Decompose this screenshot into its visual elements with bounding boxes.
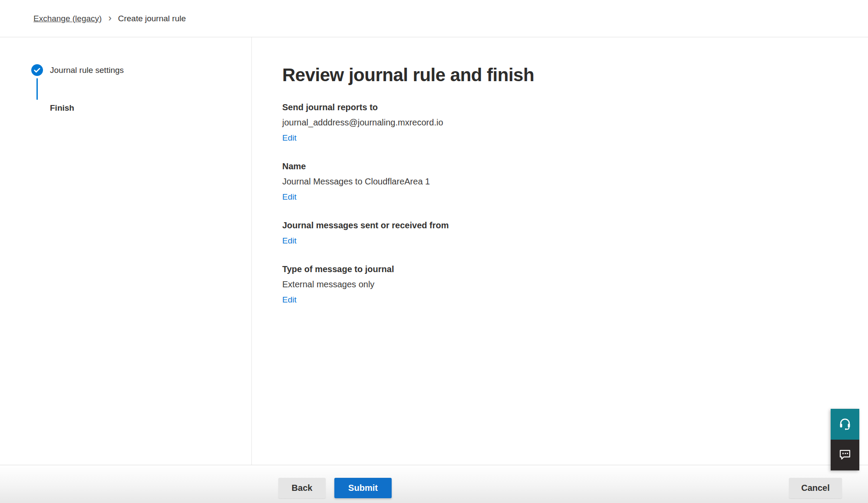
section-label: Type of message to journal bbox=[282, 262, 868, 277]
feedback-button[interactable] bbox=[831, 440, 859, 470]
section-value: External messages only bbox=[282, 277, 868, 292]
footer-action-bar: Back Submit Cancel bbox=[0, 465, 868, 503]
edit-link[interactable]: Edit bbox=[282, 292, 297, 307]
page-title: Review journal rule and finish bbox=[282, 64, 868, 86]
footer-primary-actions: Back Submit bbox=[278, 478, 392, 498]
wizard-steps-panel: Journal rule settings Finish bbox=[0, 37, 252, 465]
section-label: Name bbox=[282, 159, 868, 174]
section-value: journal_adddress@journaling.mxrecord.io bbox=[282, 115, 868, 130]
step-label: Journal rule settings bbox=[50, 66, 124, 75]
step-current-dot-icon bbox=[31, 102, 43, 114]
edit-link[interactable]: Edit bbox=[282, 233, 297, 248]
review-sections: Send journal reports to journal_adddress… bbox=[282, 100, 868, 307]
edit-link[interactable]: Edit bbox=[282, 130, 297, 145]
step-connector-line bbox=[36, 78, 38, 100]
section-value: Journal Messages to CloudflareArea 1 bbox=[282, 174, 868, 189]
breadcrumb: Exchange (legacy) › Create journal rule bbox=[33, 14, 186, 23]
section-journal-messages-sent-or-received: Journal messages sent or received from E… bbox=[282, 218, 868, 248]
edit-link[interactable]: Edit bbox=[282, 189, 297, 204]
cancel-button[interactable]: Cancel bbox=[789, 478, 842, 498]
wizard-step-finish[interactable]: Finish bbox=[31, 102, 251, 114]
step-completed-check-icon bbox=[31, 64, 43, 76]
content-area: Journal rule settings Finish Review jour… bbox=[0, 37, 868, 465]
section-label: Send journal reports to bbox=[282, 100, 868, 115]
top-header: Exchange (legacy) › Create journal rule bbox=[0, 0, 868, 37]
headset-icon bbox=[838, 417, 852, 432]
step-label: Finish bbox=[50, 103, 74, 113]
section-name: Name Journal Messages to CloudflareArea … bbox=[282, 159, 868, 204]
wizard-step-journal-rule-settings[interactable]: Journal rule settings bbox=[31, 64, 251, 76]
breadcrumb-current-page: Create journal rule bbox=[118, 14, 186, 23]
chevron-right-icon: › bbox=[108, 13, 111, 23]
floating-side-buttons bbox=[831, 409, 859, 470]
review-pane: Review journal rule and finish Send jour… bbox=[252, 37, 868, 465]
support-button[interactable] bbox=[831, 409, 859, 440]
section-send-journal-reports-to: Send journal reports to journal_adddress… bbox=[282, 100, 868, 145]
breadcrumb-link-exchange-legacy[interactable]: Exchange (legacy) bbox=[33, 14, 102, 23]
section-type-of-message: Type of message to journal External mess… bbox=[282, 262, 868, 307]
back-button[interactable]: Back bbox=[278, 478, 326, 498]
submit-button[interactable]: Submit bbox=[334, 478, 392, 498]
feedback-icon bbox=[838, 447, 852, 463]
section-label: Journal messages sent or received from bbox=[282, 218, 868, 233]
